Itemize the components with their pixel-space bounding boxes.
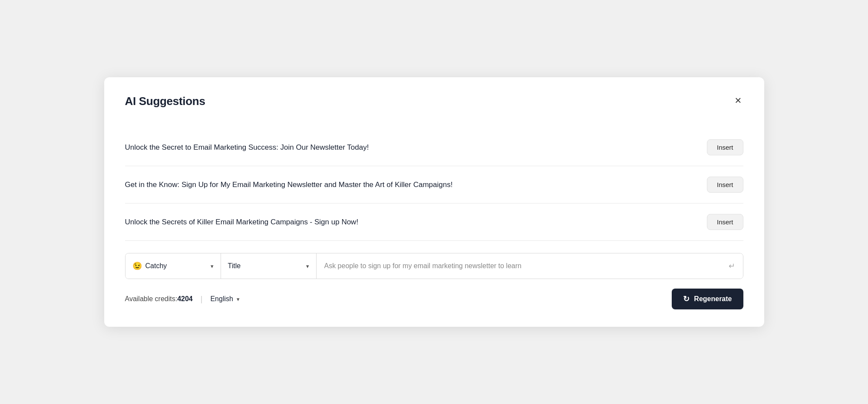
type-dropdown[interactable]: Title ▾ xyxy=(221,253,317,279)
credits-language-section: Available credits: 4204 | English ▾ xyxy=(125,295,240,304)
divider: | xyxy=(201,295,203,304)
credits-value: 4204 xyxy=(177,295,193,303)
suggestion-text-3: Unlock the Secrets of Killer Email Marke… xyxy=(125,217,707,228)
credits-prefix: Available credits: xyxy=(125,295,178,303)
modal-title: AI Suggestions xyxy=(125,95,205,108)
language-arrow-icon: ▾ xyxy=(237,296,240,302)
suggestion-text-1: Unlock the Secret to Email Marketing Suc… xyxy=(125,142,707,153)
tone-arrow-icon: ▾ xyxy=(211,263,214,269)
ai-suggestions-modal: AI Suggestions × Unlock the Secret to Em… xyxy=(104,77,764,327)
type-label: Title xyxy=(228,262,303,270)
insert-button-1[interactable]: Insert xyxy=(707,139,743,155)
controls-row: 😉 Catchy ▾ Title ▾ Ask people to sign up… xyxy=(125,253,743,279)
prompt-section[interactable]: Ask people to sign up for my email marke… xyxy=(317,253,743,279)
modal-header: AI Suggestions × xyxy=(125,95,743,108)
prompt-submit-icon[interactable]: ↵ xyxy=(729,261,735,271)
suggestion-row-2: Get in the Know: Sign Up for My Email Ma… xyxy=(125,166,743,204)
insert-button-2[interactable]: Insert xyxy=(707,177,743,193)
suggestion-row-1: Unlock the Secret to Email Marketing Suc… xyxy=(125,129,743,166)
tone-label: Catchy xyxy=(145,262,207,270)
type-arrow-icon: ▾ xyxy=(306,263,309,269)
insert-button-3[interactable]: Insert xyxy=(707,214,743,230)
suggestion-row-3: Unlock the Secrets of Killer Email Marke… xyxy=(125,204,743,241)
regenerate-button[interactable]: ↻ Regenerate xyxy=(672,289,743,309)
tone-emoji: 😉 xyxy=(132,261,142,271)
language-label: English xyxy=(210,295,233,303)
bottom-row: Available credits: 4204 | English ▾ ↻ Re… xyxy=(125,289,743,309)
suggestion-text-2: Get in the Know: Sign Up for My Email Ma… xyxy=(125,179,707,191)
regenerate-icon: ↻ xyxy=(683,294,690,304)
tone-dropdown[interactable]: 😉 Catchy ▾ xyxy=(125,253,221,279)
regenerate-label: Regenerate xyxy=(694,295,732,303)
close-button[interactable]: × xyxy=(733,95,743,106)
language-dropdown[interactable]: English ▾ xyxy=(210,295,239,303)
prompt-text: Ask people to sign up for my email marke… xyxy=(324,262,725,270)
